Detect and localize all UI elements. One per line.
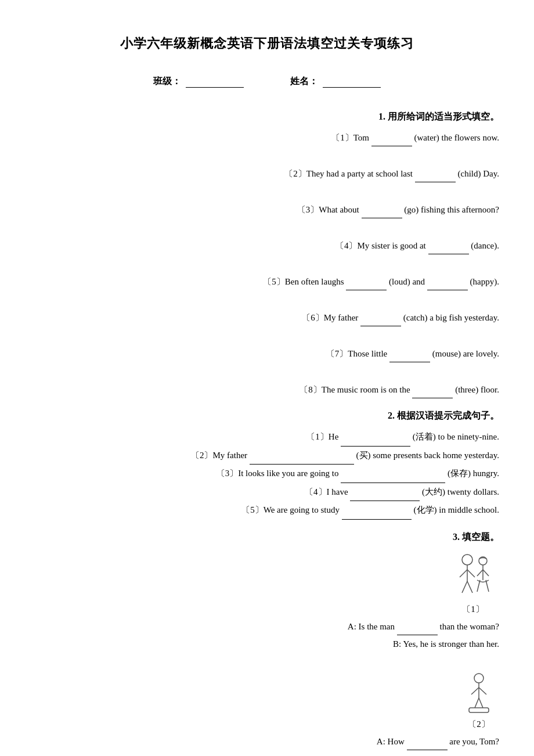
s1-item3: 〔3〕What about (go) fishing this afternoo… [35, 201, 499, 218]
svg-line-17 [479, 698, 483, 708]
block1-a: B: Yes, he is stronger than her. [393, 639, 499, 649]
block1-image: 〔1〕 [447, 549, 499, 615]
name-field: 姓名： [290, 75, 381, 88]
section3-block2: 〔2〕 A: How are you, Tom? B: I am 75 kilo… [35, 670, 499, 757]
section3-title: 3. 填空题。 [35, 531, 499, 543]
section2-title: 2. 根据汉语提示完成句子。 [35, 410, 499, 422]
section1: 1. 用所给词的适当形式填空。 〔1〕Tom (water) the flowe… [35, 111, 499, 398]
svg-line-8 [477, 570, 483, 576]
section3-block1: 〔1〕 A: Is the man than the woman? B: Yes… [35, 549, 499, 653]
block1-image-area: 〔1〕 [35, 549, 499, 615]
svg-line-14 [471, 687, 479, 694]
section2: 2. 根据汉语提示完成句子。 〔1〕He (活着) to be ninety-n… [35, 410, 499, 520]
block1-bracket: 〔1〕 [462, 604, 484, 615]
svg-line-5 [467, 581, 472, 593]
s1-item2: 〔2〕They had a party at school last (chil… [35, 165, 499, 182]
couple-icon [447, 549, 499, 602]
block2-bracket: 〔2〕 [468, 719, 490, 730]
section1-title: 1. 用所给词的适当形式填空。 [35, 111, 499, 123]
name-label: 姓名： [290, 75, 318, 88]
svg-line-9 [483, 570, 489, 576]
s1-item1: 〔1〕Tom (water) the flowers now. [35, 129, 499, 146]
name-line [323, 76, 381, 88]
svg-point-12 [474, 674, 484, 683]
student-info: 班级： 姓名： [35, 75, 499, 88]
block2-q: A: How are you, Tom? [377, 737, 499, 746]
block2-a: B: I am 75 kilograms. [423, 754, 499, 757]
svg-rect-18 [469, 708, 489, 712]
s1-item4: 〔4〕My sister is good at (dance). [35, 237, 499, 254]
s1-item8: 〔8〕The music room is on the (three) floo… [35, 381, 499, 398]
section1-exercises: 〔1〕Tom (water) the flowers now. 〔2〕They … [35, 129, 499, 398]
svg-point-0 [462, 555, 472, 565]
s1-item5: 〔5〕Ben often laughs (loud) and (happy). [35, 273, 499, 290]
svg-line-3 [467, 570, 475, 577]
scale-person-icon [459, 670, 499, 717]
block1-qa: A: Is the man than the woman? B: Yes, he… [35, 618, 499, 653]
svg-line-10 [477, 580, 480, 592]
class-line [186, 76, 244, 88]
svg-line-16 [475, 698, 479, 708]
block2-qa: A: How are you, Tom? B: I am 75 kilogram… [35, 733, 499, 757]
s2-item2: 〔2〕My father (买) some presents back home… [191, 451, 499, 460]
s2-item1: 〔1〕He (活着) to be ninety-nine. [306, 432, 499, 441]
section2-exercises: 〔1〕He (活着) to be ninety-nine. 〔2〕My fath… [35, 428, 499, 520]
block1-q: A: Is the man than the woman? [348, 622, 499, 631]
svg-line-11 [486, 580, 489, 592]
s1-item7: 〔7〕Those little (mouse) are lovely. [35, 345, 499, 362]
s2-item3: 〔3〕It looks like you are going to (保存) h… [217, 469, 499, 478]
class-label: 班级： [153, 75, 181, 88]
s2-item4: 〔4〕I have (大约) twenty dollars. [305, 487, 499, 496]
section3: 3. 填空题。 [35, 531, 499, 757]
s1-item6: 〔6〕My father (catch) a big fish yesterda… [35, 309, 499, 326]
block2-image-area: 〔2〕 [35, 670, 499, 730]
svg-line-15 [479, 687, 486, 694]
block2-image: 〔2〕 [459, 670, 499, 730]
class-field: 班级： [153, 75, 244, 88]
svg-line-4 [462, 581, 467, 593]
page-title: 小学六年级新概念英语下册语法填空过关专项练习 [35, 35, 499, 52]
s2-item5: 〔5〕We are going to study (化学) in middle … [241, 505, 499, 514]
svg-line-2 [460, 570, 467, 577]
